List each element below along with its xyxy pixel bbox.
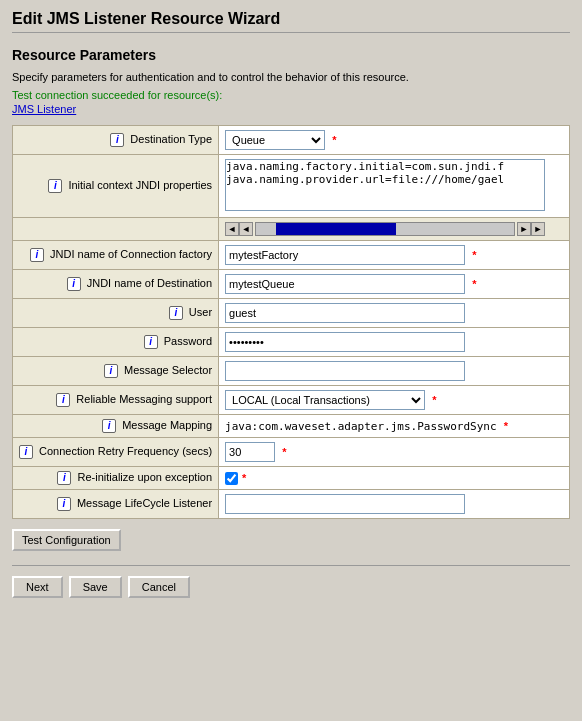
message-selector-input[interactable]	[225, 361, 465, 381]
user-label: i User	[13, 299, 219, 328]
required-star: *	[504, 420, 508, 432]
conn-retry-label: i Connection Retry Frequency (secs)	[13, 438, 219, 467]
required-star: *	[332, 134, 336, 146]
table-row: i JNDI name of Connection factory *	[13, 241, 570, 270]
info-icon-dest2[interactable]: i	[67, 277, 81, 291]
initial-context-value-cell: java.naming.factory.initial=com.sun.jndi…	[219, 155, 570, 218]
info-icon-password[interactable]: i	[144, 335, 158, 349]
scroll-right-btn[interactable]: ►	[517, 222, 531, 236]
section-title: Resource Parameters	[12, 47, 570, 63]
scroll-left2-btn[interactable]: ◄	[239, 222, 253, 236]
required-star: *	[472, 249, 476, 261]
required-star: *	[282, 446, 286, 458]
conn-retry-input[interactable]	[225, 442, 275, 462]
resource-link[interactable]: JMS Listener	[12, 103, 570, 115]
table-row: i Message Mapping java:com.waveset.adapt…	[13, 415, 570, 438]
table-row: i Destination Type Queue Topic *	[13, 126, 570, 155]
cancel-button[interactable]: Cancel	[128, 576, 190, 598]
info-icon-lifecycle[interactable]: i	[57, 497, 71, 511]
lifecycle-label: i Message LifeCycle Listener	[13, 490, 219, 519]
initial-context-label: i Initial context JNDI properties	[13, 155, 219, 218]
scroll-left-btn[interactable]: ◄	[225, 222, 239, 236]
table-row: i Password	[13, 328, 570, 357]
info-icon-reliable[interactable]: i	[56, 393, 70, 407]
info-icon-mapping[interactable]: i	[102, 419, 116, 433]
reinitialize-value-cell: *	[219, 467, 570, 490]
reinitialize-checkbox[interactable]	[225, 472, 238, 485]
destination-type-label: i Destination Type	[13, 126, 219, 155]
jndi-connection-input[interactable]	[225, 245, 465, 265]
password-input[interactable]	[225, 332, 465, 352]
bottom-divider	[12, 565, 570, 566]
message-selector-label: i Message Selector	[13, 357, 219, 386]
reliable-messaging-label: i Reliable Messaging support	[13, 386, 219, 415]
bottom-buttons: Next Save Cancel	[12, 576, 570, 598]
table-row: i Initial context JNDI properties java.n…	[13, 155, 570, 218]
jndi-destination-input[interactable]	[225, 274, 465, 294]
table-row: i JNDI name of Destination *	[13, 270, 570, 299]
required-star: *	[472, 278, 476, 290]
message-mapping-label: i Message Mapping	[13, 415, 219, 438]
initial-context-textarea[interactable]: java.naming.factory.initial=com.sun.jndi…	[225, 159, 545, 211]
resource-params-table: i Destination Type Queue Topic * i Initi…	[12, 125, 570, 519]
table-row: i User	[13, 299, 570, 328]
info-icon-retry[interactable]: i	[19, 445, 33, 459]
reliable-messaging-value-cell: LOCAL (Local Transactions) XA (Global Tr…	[219, 386, 570, 415]
lifecycle-value-cell	[219, 490, 570, 519]
table-row: i Re-initialize upon exception *	[13, 467, 570, 490]
save-button[interactable]: Save	[69, 576, 122, 598]
destination-type-select[interactable]: Queue Topic	[225, 130, 325, 150]
scrollbar-container: ◄ ◄ ► ►	[225, 222, 545, 236]
scrollbar-track[interactable]	[255, 222, 515, 236]
info-icon-dest[interactable]: i	[110, 133, 124, 147]
jndi-conn-value-cell: *	[219, 241, 570, 270]
reliable-messaging-select[interactable]: LOCAL (Local Transactions) XA (Global Tr…	[225, 390, 425, 410]
table-row: i Connection Retry Frequency (secs) *	[13, 438, 570, 467]
jndi-dest-value-cell: *	[219, 270, 570, 299]
scrollbar-row: ◄ ◄ ► ►	[13, 218, 570, 241]
test-config-button[interactable]: Test Configuration	[12, 529, 121, 551]
info-icon-jndi[interactable]: i	[48, 179, 62, 193]
reinitialize-label: i Re-initialize upon exception	[13, 467, 219, 490]
jndi-dest-label: i JNDI name of Destination	[13, 270, 219, 299]
message-selector-value-cell	[219, 357, 570, 386]
scrollbar-cell: ◄ ◄ ► ►	[219, 218, 570, 241]
conn-retry-value-cell: *	[219, 438, 570, 467]
scrollbar-label-cell	[13, 218, 219, 241]
required-star: *	[432, 394, 436, 406]
description-text: Specify parameters for authentication an…	[12, 71, 570, 83]
password-value-cell	[219, 328, 570, 357]
user-value-cell	[219, 299, 570, 328]
info-icon-conn[interactable]: i	[30, 248, 44, 262]
message-mapping-value-cell: java:com.waveset.adapter.jms.PasswordSyn…	[219, 415, 570, 438]
password-label: i Password	[13, 328, 219, 357]
message-mapping-value: java:com.waveset.adapter.jms.PasswordSyn…	[225, 420, 497, 433]
destination-type-value-cell: Queue Topic *	[219, 126, 570, 155]
user-input[interactable]	[225, 303, 465, 323]
info-icon-reinit[interactable]: i	[57, 471, 71, 485]
scroll-right2-btn[interactable]: ►	[531, 222, 545, 236]
reinitialize-checkbox-area: *	[225, 472, 563, 485]
info-icon-user[interactable]: i	[169, 306, 183, 320]
table-row: i Message Selector	[13, 357, 570, 386]
lifecycle-listener-input[interactable]	[225, 494, 465, 514]
wizard-title: Edit JMS Listener Resource Wizard	[12, 10, 570, 33]
table-row: i Reliable Messaging support LOCAL (Loca…	[13, 386, 570, 415]
next-button[interactable]: Next	[12, 576, 63, 598]
info-icon-selector[interactable]: i	[104, 364, 118, 378]
table-row: i Message LifeCycle Listener	[13, 490, 570, 519]
jndi-conn-label: i JNDI name of Connection factory	[13, 241, 219, 270]
scrollbar-thumb	[276, 223, 396, 235]
required-star: *	[242, 472, 246, 484]
success-message: Test connection succeeded for resource(s…	[12, 89, 570, 101]
